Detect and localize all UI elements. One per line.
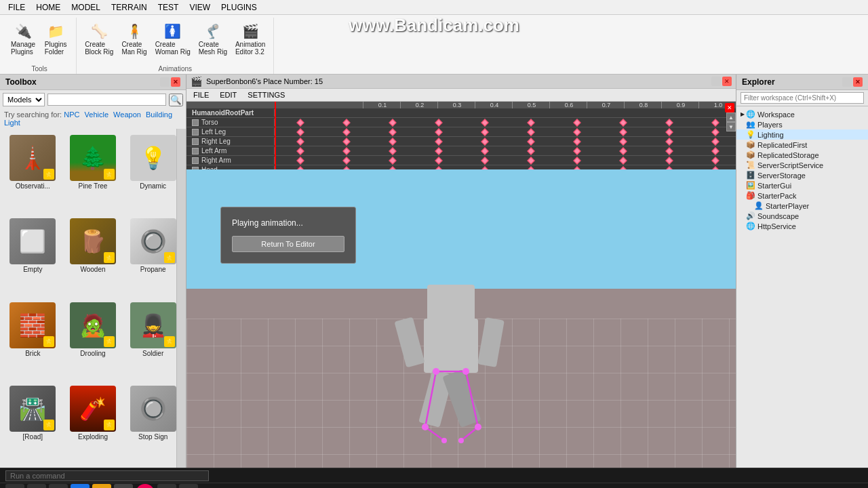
toolbox-search-button[interactable]: 🔍 (169, 94, 183, 106)
toolbox-item-exploding[interactable]: 🧨⭐Exploding (64, 383, 122, 464)
tree-item-lighting[interactable]: 💡Lighting (736, 129, 868, 140)
keyframe[interactable] (527, 128, 534, 136)
toolbox-category-select[interactable]: Models (3, 93, 45, 106)
explorer-close-button[interactable]: ✕ (853, 77, 863, 87)
keyframe[interactable] (619, 157, 627, 164)
toolbox-item-dynamic[interactable]: 💡Dynamic (124, 132, 182, 213)
keyframe[interactable] (296, 138, 304, 145)
keyframe[interactable] (296, 157, 304, 164)
keyframe[interactable] (342, 147, 350, 155)
anim-minimize-button[interactable] (711, 77, 721, 86)
track-row-left-arm[interactable]: Left Arm (186, 146, 736, 156)
tree-item-server-script-service[interactable]: 📜ServerScriptService (736, 160, 868, 170)
keyframe[interactable] (481, 138, 488, 145)
tag-vehicle[interactable]: Vehicle (85, 110, 108, 119)
keyframe[interactable] (342, 119, 350, 126)
toolbox-item-empty[interactable]: ⬜Empty (4, 216, 62, 296)
app3-icon[interactable]: 💬 (179, 484, 198, 489)
tree-item-http-service[interactable]: 🌐HttpService (736, 221, 868, 231)
search-button[interactable]: 🔍 (27, 484, 46, 489)
keyframe[interactable] (342, 138, 350, 145)
menu-item-terrain[interactable]: TERRAIN (106, 1, 153, 14)
menu-item-test[interactable]: TEST (153, 1, 184, 14)
toolbox-item-propane[interactable]: 🔘⭐Propane (124, 216, 182, 296)
track-row-right-leg[interactable]: Right Leg (186, 137, 736, 146)
menu-item-view[interactable]: VIEW (184, 1, 216, 14)
manage-plugins-button[interactable]: 🔌 ManagePlugins (8, 20, 38, 57)
keyframe[interactable] (435, 147, 442, 155)
explorer-icon[interactable]: 📁 (92, 484, 111, 489)
keyframe[interactable] (527, 157, 534, 164)
keyframe[interactable] (711, 128, 719, 136)
keyframe[interactable] (296, 128, 304, 136)
anim-edit-menu[interactable]: EDIT (217, 90, 239, 100)
explorer-minimize-button[interactable] (842, 77, 852, 87)
keyframe[interactable] (481, 119, 488, 126)
keyframe[interactable] (389, 128, 396, 136)
keyframe[interactable] (573, 147, 580, 155)
tree-item-server-storage[interactable]: 🗄️ServerStorage (736, 170, 868, 180)
tree-item-starter-player[interactable]: 👤StarterPlayer (736, 201, 868, 211)
browser-icon[interactable]: 🌐 (71, 484, 90, 489)
anim-close-button[interactable]: ✕ (722, 77, 732, 86)
tree-item-starter-gui[interactable]: 🖼️StarterGui (736, 180, 868, 190)
keyframe[interactable] (481, 128, 488, 136)
toolbox-item-soldier[interactable]: 💂⭐Soldier (124, 300, 182, 380)
command-input[interactable] (5, 470, 209, 481)
keyframe[interactable] (389, 138, 396, 145)
keyframe[interactable] (665, 128, 673, 136)
toolbox-close-button[interactable]: ✕ (171, 77, 180, 87)
tree-item-replicated-first[interactable]: 📦ReplicatedFirst (736, 140, 868, 150)
keyframe[interactable] (573, 157, 580, 164)
toolbox-search-input[interactable] (47, 94, 166, 106)
animation-editor-button[interactable]: 🎬 AnimationEditor 3.2 (233, 20, 268, 57)
keyframe[interactable] (573, 119, 580, 126)
keyframe[interactable] (389, 147, 396, 155)
keyframe[interactable] (296, 147, 304, 155)
timeline-playhead[interactable] (275, 102, 276, 169)
menu-item-home[interactable]: HOME (31, 1, 66, 14)
return-to-editor-button[interactable]: Return To Editor (232, 236, 344, 252)
anim-settings-menu[interactable]: SETTINGS (245, 90, 288, 100)
toolbox-item-road[interactable]: 🛣️⭐[Road] (4, 383, 62, 464)
track-row-root[interactable]: HumanoidRootPart (186, 108, 736, 118)
explorer-search-input[interactable] (741, 92, 864, 104)
track-row-right-arm[interactable]: Right Arm (186, 156, 736, 165)
keyframe[interactable] (481, 157, 488, 164)
keyframe[interactable] (481, 147, 488, 155)
create-mesh-rig-button[interactable]: 🦿 CreateMesh Rig (196, 20, 230, 57)
keyframe[interactable] (665, 119, 673, 126)
start-button[interactable]: ⊞ (5, 484, 24, 489)
track-row-torso[interactable]: Torso (186, 118, 736, 127)
toolbox-item-watchtower[interactable]: 🗼⭐Observati... (4, 132, 62, 213)
keyframe[interactable] (619, 128, 627, 136)
keyframe[interactable] (665, 157, 673, 164)
keyframe[interactable] (342, 157, 350, 164)
tree-arrow-workspace[interactable]: ▶ (739, 111, 746, 118)
keyframe[interactable] (711, 119, 719, 126)
keyframe[interactable] (296, 119, 304, 126)
tree-item-replicated-storage[interactable]: 📦ReplicatedStorage (736, 150, 868, 160)
keyframe[interactable] (665, 138, 673, 145)
toolbox-item-stopsign[interactable]: 🔘Stop Sign (124, 383, 182, 464)
plugins-folder-button[interactable]: 📁 PluginsFolder (41, 20, 71, 57)
timeline-scroll-up[interactable]: ▲ (726, 113, 736, 122)
anim-file-menu[interactable]: FILE (191, 90, 212, 100)
track-checkbox-0[interactable] (192, 119, 199, 126)
keyframe[interactable] (573, 128, 580, 136)
keyframe[interactable] (435, 128, 442, 136)
viewport[interactable]: Playing animation... Return To Editor (186, 169, 736, 468)
keyframe[interactable] (389, 119, 396, 126)
track-checkbox-2[interactable] (192, 138, 199, 145)
keyframe[interactable] (665, 147, 673, 155)
keyframe[interactable] (573, 138, 580, 145)
tag-light[interactable]: Light (4, 119, 20, 127)
track-row-left-leg[interactable]: Left Leg (186, 127, 736, 137)
keyframe[interactable] (527, 138, 534, 145)
keyframe[interactable] (619, 138, 627, 145)
create-woman-rig-button[interactable]: 🚺 CreateWoman Rig (153, 20, 193, 57)
create-man-rig-button[interactable]: 🧍 CreateMan Rig (119, 20, 149, 57)
keyframe[interactable] (527, 147, 534, 155)
track-checkbox-4[interactable] (192, 157, 199, 164)
tree-item-starter-pack[interactable]: 🎒StarterPack (736, 190, 868, 201)
